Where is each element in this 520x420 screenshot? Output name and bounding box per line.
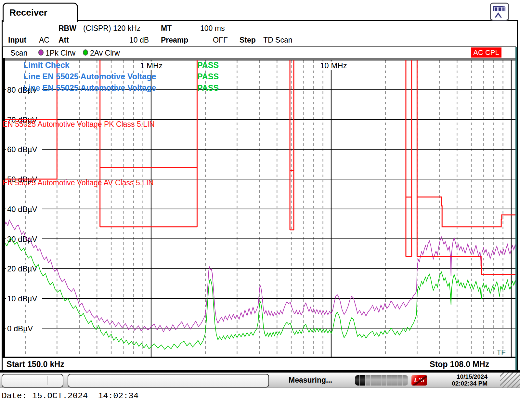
softkey-button-1[interactable] (2, 374, 63, 387)
y-axis-tick-label: 60 dBµV (7, 145, 37, 154)
att-label: Att (58, 36, 69, 45)
transducer-factor-tag: TF (497, 348, 506, 357)
limit-check-result-0: PASS (197, 60, 219, 70)
step-value: TD Scan (263, 36, 292, 45)
trace2-legend[interactable]: 2Av Clrw (90, 49, 120, 58)
ac-coupling-badge: AC CPL (471, 47, 501, 58)
progress-segment (397, 375, 402, 386)
y-axis-tick-label: 20 dBµV (7, 264, 37, 273)
preamp-label: Preamp (161, 36, 188, 45)
start-frequency: Start 150.0 kHz (6, 360, 64, 369)
softkey-button-2[interactable] (68, 374, 269, 387)
window-border-right (517, 20, 518, 371)
window-border-left (2, 20, 3, 371)
limit-label-pk: EN 55025 Automotive Voltage PK Class 5.L… (3, 120, 155, 129)
progress-segment (387, 375, 391, 386)
step-label: Step (240, 36, 256, 45)
measurement-progress-bar (355, 375, 408, 386)
plot-border-bottom (5, 357, 517, 358)
system-time: 02:02:34 PM (452, 380, 488, 387)
y-axis-tick-label: 0 dBµV (7, 324, 33, 333)
plot-right-edge (515, 47, 517, 370)
tab-receiver-label: Receiver (9, 7, 47, 18)
status-bar: Measuring... LXI 10/15/2024 02:02:34 PM (0, 373, 520, 388)
limit-check-result-2: PASS (197, 83, 219, 93)
limit-check-line-1: Line EN 55025 Automotive Voltage (23, 72, 156, 81)
x-axis-decade-label: 10 MHz (320, 61, 347, 70)
limit-check-line-2: Line EN 55025 Automotive Voltage (23, 83, 156, 93)
display-config-icon[interactable] (490, 3, 509, 21)
scan-title: Scan (10, 49, 27, 58)
preamp-value: OFF (213, 36, 228, 45)
display-bar-icon (493, 6, 505, 11)
progress-segment (355, 375, 359, 386)
att-value: 10 dB (129, 36, 149, 45)
resize-grip-icon[interactable] (500, 373, 520, 387)
window-border-bottom (0, 370, 520, 373)
rbw-value: (CISPR) 120 kHz (83, 24, 140, 33)
scan-status-bar: Scan 1Pk Clrw 2Av Clrw AC CPL (3, 46, 516, 59)
progress-segment (366, 375, 370, 386)
receiver-app-window: Receiver RBW (CISPR) 120 kHz MT 100 ms I… (0, 0, 520, 420)
spectrum-plot: 80 dBµV70 dBµV60 dBµV50 dBµV40 dBµV30 dB… (5, 59, 517, 358)
progress-segment (392, 375, 397, 386)
stop-frequency: Stop 108.0 MHz (430, 360, 489, 369)
rbw-label: RBW (58, 24, 76, 33)
trace1-legend[interactable]: 1Pk Clrw (46, 49, 75, 58)
limit-check-title: Limit Check (23, 60, 70, 70)
progress-segment (403, 375, 408, 386)
y-axis-tick-label: 40 dBµV (7, 205, 37, 214)
progress-segment (376, 375, 381, 386)
mt-label: MT (161, 24, 172, 33)
y-axis-tick-label: 10 dBµV (7, 294, 37, 303)
measuring-status: Measuring... (289, 376, 332, 385)
tab-receiver[interactable]: Receiver (3, 3, 78, 22)
system-date: 10/15/2024 (452, 373, 488, 380)
progress-segment (382, 375, 386, 386)
limit-label-av: EN 55025 Automotive Voltage AV Class 5.L… (3, 178, 154, 187)
input-label: Input (8, 36, 26, 45)
system-datetime: 10/15/2024 02:02:34 PM (452, 373, 488, 387)
lxi-logo-icon: LXI (411, 375, 427, 386)
progress-segment (360, 375, 365, 386)
trace2-color-dot-icon (83, 49, 88, 56)
input-value: AC (39, 36, 49, 45)
progress-segment (371, 375, 375, 386)
limit-check-result-1: PASS (197, 72, 219, 81)
trace1-color-dot-icon (38, 49, 44, 56)
window-border-top (76, 20, 518, 21)
mt-value: 100 ms (200, 24, 225, 33)
plot-left-border (3, 59, 5, 358)
x-axis-decade-label: 1 MHz (140, 61, 162, 70)
button-divider (47, 376, 48, 385)
document-date-text: Date: 15.OCT.2024 14:02:34 (2, 391, 138, 401)
